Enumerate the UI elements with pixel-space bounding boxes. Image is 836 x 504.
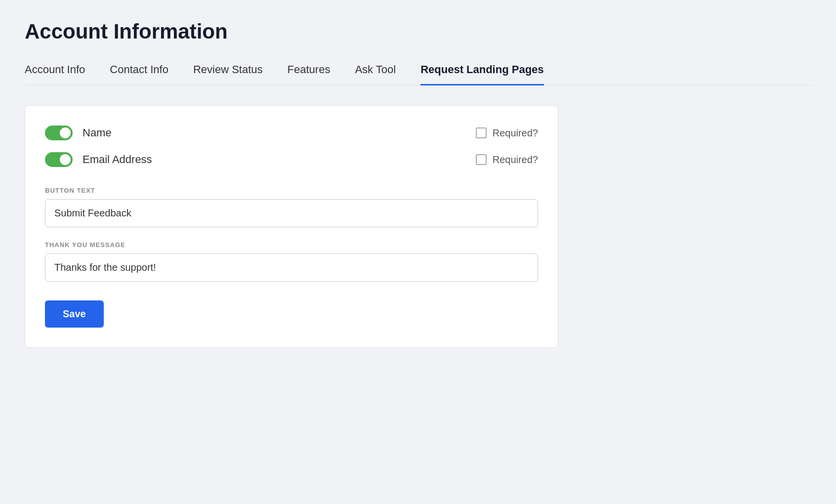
thank-you-section: THANK YOU MESSAGE [45,241,538,282]
tab-account-info[interactable]: Account Info [25,63,85,85]
toggle-email-slider [45,152,73,167]
field-row-name: Name Required? [45,126,538,140]
field-left-name: Name [45,126,112,140]
content-card: Name Required? Email Address Re [25,105,558,348]
required-label-name: Required? [493,127,538,139]
page-title: Account Information [25,20,811,43]
page-container: Account Information Account Info Contact… [0,0,836,368]
save-button[interactable]: Save [45,300,104,328]
button-text-label: BUTTON TEXT [45,187,538,194]
field-row-email: Email Address Required? [45,152,538,167]
field-left-email: Email Address [45,152,152,167]
button-text-section: BUTTON TEXT [45,187,538,227]
required-label-email: Required? [493,154,538,166]
tab-review-status[interactable]: Review Status [193,63,263,85]
toggle-name-slider [45,126,73,140]
tab-request-landing-pages[interactable]: Request Landing Pages [420,63,543,85]
field-label-name: Name [83,126,112,139]
tab-ask-tool[interactable]: Ask Tool [355,63,396,85]
button-text-input[interactable] [45,199,538,227]
tab-navigation: Account Info Contact Info Review Status … [25,63,811,85]
tab-contact-info[interactable]: Contact Info [110,63,168,85]
field-label-email: Email Address [83,153,152,166]
field-right-name: Required? [476,127,538,139]
field-right-email: Required? [476,154,538,166]
required-checkbox-email[interactable] [476,154,487,165]
fields-section: Name Required? Email Address Re [45,126,538,167]
toggle-name[interactable] [45,126,73,140]
required-checkbox-name[interactable] [476,127,487,138]
thank-you-label: THANK YOU MESSAGE [45,241,538,249]
toggle-email[interactable] [45,152,73,167]
thank-you-input[interactable] [45,253,538,282]
tab-features[interactable]: Features [288,63,331,85]
